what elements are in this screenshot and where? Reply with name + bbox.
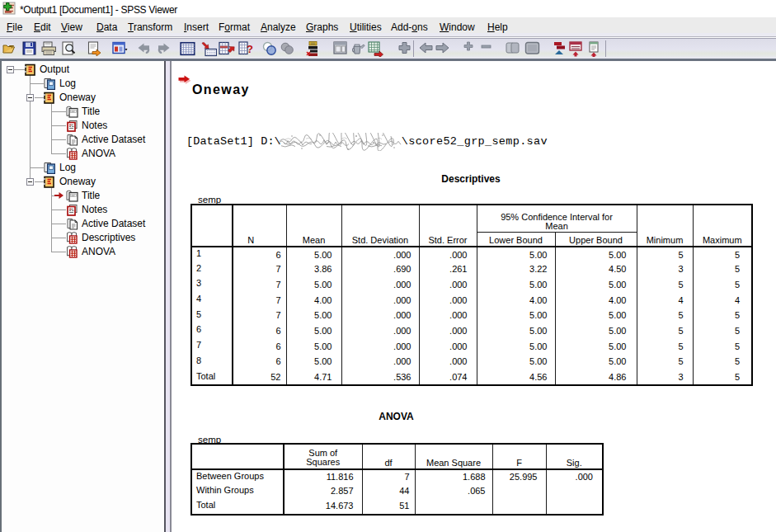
svg-text:?: ? (247, 43, 253, 55)
